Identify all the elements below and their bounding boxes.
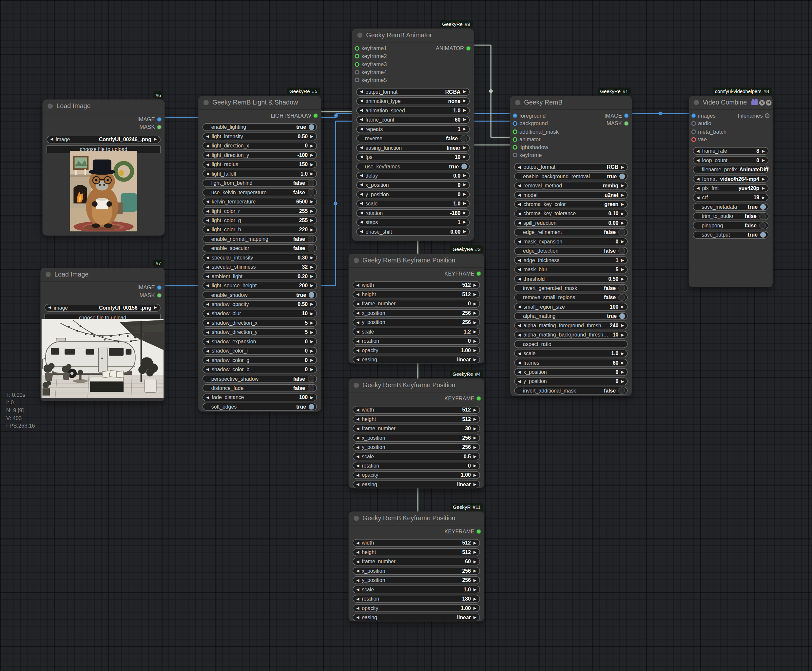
increment-arrow-icon[interactable]: ▶ xyxy=(621,240,624,244)
increment-arrow-icon[interactable]: ▶ xyxy=(463,109,466,112)
number-widget-shadow_expansion[interactable]: ◀shadow_expansion0▶ xyxy=(203,338,317,346)
number-widget-chroma_key_tolerance[interactable]: ◀chroma_key_tolerance0.10▶ xyxy=(514,209,628,218)
decrement-arrow-icon[interactable]: ◀ xyxy=(697,196,700,199)
toggle-pin[interactable] xyxy=(309,404,314,410)
node-collapse-dot[interactable] xyxy=(354,383,359,388)
increment-arrow-icon[interactable]: ▶ xyxy=(310,312,313,315)
decrement-arrow-icon[interactable]: ◀ xyxy=(697,186,700,190)
number-widget-opacity[interactable]: ◀opacity1.00▶ xyxy=(352,605,480,612)
number-widget-frame_number[interactable]: ◀frame_number30▶ xyxy=(352,425,480,433)
decrement-arrow-icon[interactable]: ◀ xyxy=(206,358,209,363)
increment-arrow-icon[interactable]: ▶ xyxy=(762,158,765,162)
number-widget-x_position[interactable]: ◀x_position0▶ xyxy=(514,368,628,376)
toggle-pin[interactable] xyxy=(759,213,766,220)
combo-widget-easing_function[interactable]: ◀easing_functionlinear▶ xyxy=(356,144,470,152)
increment-arrow-icon[interactable]: ▶ xyxy=(463,201,466,205)
output-slot-dot-IMAGE[interactable] xyxy=(157,285,162,290)
increment-arrow-icon[interactable]: ▶ xyxy=(310,135,313,139)
increment-arrow-icon[interactable]: ▶ xyxy=(463,192,466,196)
toggle-pin[interactable] xyxy=(759,222,766,229)
number-widget-specular_intensity[interactable]: ◀specular_intensity0.30▶ xyxy=(203,254,317,262)
input-slot-dot-keyframe3[interactable] xyxy=(355,62,359,66)
decrement-arrow-icon[interactable]: ◀ xyxy=(206,172,209,176)
decrement-arrow-icon[interactable]: ◀ xyxy=(356,311,359,315)
toggle-widget-distance_fade[interactable]: distance_fadefalse xyxy=(203,384,317,392)
decrement-arrow-icon[interactable]: ◀ xyxy=(356,358,359,362)
combo-widget-output_format[interactable]: ◀output_formatRGBA▶ xyxy=(356,88,470,96)
increment-arrow-icon[interactable]: ▶ xyxy=(310,368,313,371)
toggle-widget-enable_normal_mapping[interactable]: enable_normal_mappingfalse xyxy=(203,235,317,243)
increment-arrow-icon[interactable]: ▶ xyxy=(310,162,313,167)
decrement-arrow-icon[interactable]: ◀ xyxy=(356,293,359,296)
increment-arrow-icon[interactable]: ▶ xyxy=(463,90,466,94)
toggle-pin[interactable] xyxy=(460,135,467,142)
node-collapse-dot[interactable] xyxy=(204,100,209,105)
decrement-arrow-icon[interactable]: ◀ xyxy=(518,324,521,327)
number-widget-mask_expansion[interactable]: ◀mask_expansion0▶ xyxy=(514,238,628,245)
increment-arrow-icon[interactable]: ▶ xyxy=(463,174,466,177)
decrement-arrow-icon[interactable]: ◀ xyxy=(206,321,209,325)
increment-arrow-icon[interactable]: ▶ xyxy=(762,177,765,181)
number-widget-crf[interactable]: ◀crf19▶ xyxy=(693,194,768,201)
input-slot-dot-keyframe[interactable] xyxy=(512,153,517,158)
combo-widget-easing[interactable]: ◀easinglinear▶ xyxy=(352,614,480,622)
decrement-arrow-icon[interactable]: ◀ xyxy=(697,158,700,162)
number-widget-ambient_light[interactable]: ◀ambient_light0.20▶ xyxy=(203,272,317,281)
increment-arrow-icon[interactable]: ▶ xyxy=(473,616,477,620)
increment-arrow-icon[interactable]: ▶ xyxy=(310,395,313,399)
number-widget-light_color_r[interactable]: ◀light_color_r255▶ xyxy=(203,208,317,215)
toggle-widget-use_keyframes[interactable]: use_keyframestrue xyxy=(356,162,470,170)
increment-arrow-icon[interactable]: ▶ xyxy=(463,220,466,224)
toggle-pin[interactable] xyxy=(760,204,766,209)
input-slot-dot-background[interactable] xyxy=(512,121,517,126)
number-widget-fade_distance[interactable]: ◀fade_distance100▶ xyxy=(203,393,317,401)
text-widget-aspect_ratio[interactable]: aspect_ratio xyxy=(514,340,628,348)
decrement-arrow-icon[interactable]: ◀ xyxy=(356,417,359,421)
decrement-arrow-icon[interactable]: ◀ xyxy=(356,541,359,545)
number-widget-loop_count[interactable]: ◀loop_count0▶ xyxy=(693,157,768,165)
increment-arrow-icon[interactable]: ▶ xyxy=(762,149,765,153)
toggle-widget-enable_specular[interactable]: enable_specularfalse xyxy=(203,244,317,252)
decrement-arrow-icon[interactable]: ◀ xyxy=(697,177,700,181)
decrement-arrow-icon[interactable]: ◀ xyxy=(356,616,359,620)
decrement-arrow-icon[interactable]: ◀ xyxy=(356,445,359,449)
decrement-arrow-icon[interactable]: ◀ xyxy=(360,211,363,215)
increment-arrow-icon[interactable]: ▶ xyxy=(473,455,477,459)
decrement-arrow-icon[interactable]: ◀ xyxy=(206,284,209,288)
decrement-arrow-icon[interactable]: ◀ xyxy=(518,240,521,244)
increment-arrow-icon[interactable]: ▶ xyxy=(621,380,624,383)
number-widget-x_position[interactable]: ◀x_position256▶ xyxy=(352,309,480,317)
input-slot-dot-vae[interactable] xyxy=(691,137,696,142)
increment-arrow-icon[interactable]: ▶ xyxy=(473,436,477,440)
number-widget-spill_reduction[interactable]: ◀spill_reduction0.00▶ xyxy=(514,219,628,227)
increment-arrow-icon[interactable]: ▶ xyxy=(473,606,477,610)
toggle-pin[interactable] xyxy=(308,245,315,252)
decrement-arrow-icon[interactable]: ◀ xyxy=(206,256,209,260)
decrement-arrow-icon[interactable]: ◀ xyxy=(206,135,209,139)
output-slot-dot-MASK[interactable] xyxy=(157,293,162,298)
decrement-arrow-icon[interactable]: ◀ xyxy=(206,349,209,353)
number-widget-steps[interactable]: ◀steps1▶ xyxy=(356,218,470,226)
increment-arrow-icon[interactable]: ▶ xyxy=(473,283,477,287)
decrement-arrow-icon[interactable]: ◀ xyxy=(206,395,209,399)
node-collapse-dot[interactable] xyxy=(357,33,363,38)
decrement-arrow-icon[interactable]: ◀ xyxy=(356,408,359,412)
increment-arrow-icon[interactable]: ▶ xyxy=(621,361,624,364)
number-widget-rotation[interactable]: ◀rotation180▶ xyxy=(352,595,480,603)
increment-arrow-icon[interactable]: ▶ xyxy=(473,588,477,592)
node-collapse-dot[interactable] xyxy=(515,100,520,105)
number-widget-shadow_opacity[interactable]: ◀shadow_opacity0.50▶ xyxy=(203,300,317,308)
increment-arrow-icon[interactable]: ▶ xyxy=(473,293,477,296)
toggle-widget-enable_shadow[interactable]: enable_shadowtrue xyxy=(203,291,317,299)
number-widget-height[interactable]: ◀height512▶ xyxy=(352,416,480,423)
input-slot-dot-images[interactable] xyxy=(691,113,696,118)
number-widget-delay[interactable]: ◀delay0.0▶ xyxy=(356,172,470,180)
text-widget-filename_prefix[interactable]: filename_prefixAnimateDiff xyxy=(693,166,768,174)
number-widget-height[interactable]: ◀height512▶ xyxy=(352,548,480,556)
input-slot-dot-keyframe1[interactable] xyxy=(355,46,359,51)
number-widget-scale[interactable]: ◀scale1.0▶ xyxy=(352,586,480,594)
output-slot-dot-LIGHTSHADOW[interactable] xyxy=(313,113,318,118)
decrement-arrow-icon[interactable]: ◀ xyxy=(518,184,521,187)
number-widget-scale[interactable]: ◀scale0.5▶ xyxy=(352,453,480,461)
number-widget-height[interactable]: ◀height512▶ xyxy=(352,291,480,298)
